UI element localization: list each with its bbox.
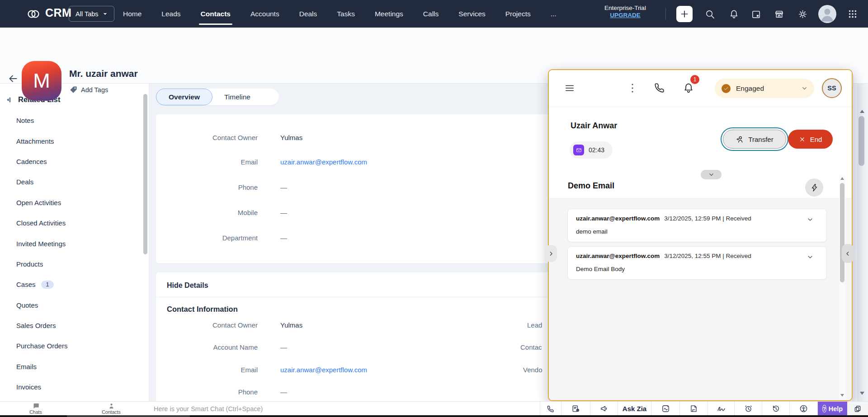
email-card[interactable]: uzair.anwar@expertflow.com 3/12/2025, 12… — [567, 246, 827, 280]
nav-item-contacts[interactable]: Contacts — [191, 0, 241, 28]
scrollbar-thumb[interactable] — [840, 183, 844, 282]
nav-item-calls[interactable]: Calls — [413, 0, 448, 28]
email-link[interactable]: uzair.anwar@expertflow.com — [280, 158, 367, 166]
sidebar-item-invoices[interactable]: Invoices — [0, 377, 149, 397]
sidebar-item-open-activities[interactable]: Open Activities — [0, 192, 149, 213]
settings-gear-icon[interactable] — [797, 9, 808, 19]
notifications-bell-icon[interactable] — [728, 9, 739, 19]
nav-overflow-button[interactable]: ... — [541, 0, 566, 28]
detail-row: Account Name— — [156, 343, 287, 351]
search-icon[interactable] — [704, 9, 715, 19]
sidebar-item-attachments[interactable]: Attachments — [0, 131, 149, 151]
sidebar-item-purchase-orders[interactable]: Purchase Orders — [0, 336, 149, 356]
sidebar-item-invited-meetings[interactable]: Invited Meetings — [0, 233, 149, 253]
nav-item-services[interactable]: Services — [448, 0, 495, 28]
detail-row: Contact OwnerYulmas — [156, 321, 302, 329]
detail-row: Emailuzair.anwar@expertflow.com — [156, 366, 367, 374]
end-call-button[interactable]: End — [788, 130, 833, 149]
tab-timeline[interactable]: Timeline — [212, 93, 262, 101]
related-list-sidebar: Related List Notes Attachments Cadences … — [0, 84, 149, 401]
contact-owner-value: Yulmas — [280, 134, 302, 141]
scroll-down-arrow[interactable] — [860, 392, 864, 395]
scroll-up-arrow[interactable] — [860, 110, 864, 113]
sidebar-item-cases[interactable]: Cases1 — [0, 274, 149, 295]
agent-status-dropdown[interactable]: Engaged — [715, 79, 814, 98]
smart-chat-input[interactable]: Here is your Smart Chat (Ctrl+Space) — [154, 402, 263, 416]
dock-phone-icon[interactable] — [540, 402, 561, 416]
nav-item-projects[interactable]: Projects — [495, 0, 541, 28]
menu-hamburger-icon[interactable] — [564, 83, 576, 93]
dock-announcement-icon[interactable] — [590, 402, 618, 416]
widget-bell-icon[interactable] — [683, 82, 694, 94]
dock-accessibility-icon[interactable] — [789, 402, 817, 416]
help-button[interactable]: ? Help — [817, 402, 847, 416]
transfer-button[interactable]: Transfer — [723, 130, 786, 149]
kebab-menu-icon[interactable] — [629, 82, 636, 94]
dock-alarm-icon[interactable] — [734, 402, 762, 416]
interaction-timer: 02:43 — [570, 141, 613, 159]
sidebar-item-emails[interactable]: Emails — [0, 356, 149, 377]
marketplace-icon[interactable] — [774, 9, 784, 19]
nav-item-tasks[interactable]: Tasks — [327, 0, 365, 28]
expand-chevron-icon[interactable] — [807, 216, 814, 223]
sidebar-item-products[interactable]: Products — [0, 254, 149, 274]
collapse-panel-icon[interactable] — [5, 96, 13, 103]
quick-create-button[interactable] — [676, 6, 693, 22]
call-widget-panel: 1 Engaged SS Uzair Anwar 02:43 Transfer … — [548, 69, 853, 401]
summary-row: Department— — [156, 234, 287, 242]
back-arrow-icon[interactable] — [7, 73, 19, 84]
hide-details-toggle[interactable]: Hide Details — [167, 281, 208, 290]
upgrade-link[interactable]: UPGRADE — [596, 12, 655, 19]
summary-row: Mobile— — [156, 209, 287, 216]
add-tags-button[interactable]: Add Tags — [69, 85, 108, 94]
calendar-icon[interactable] — [750, 9, 761, 19]
sidebar-item-campaigns[interactable]: Campaigns — [0, 397, 149, 401]
sidebar-item-cadences[interactable]: Cadences — [0, 151, 149, 172]
widget-scrollbar[interactable] — [839, 175, 845, 399]
dock-ask-zia[interactable]: Ask Zia — [618, 402, 651, 416]
scroll-down-arrow[interactable] — [840, 394, 844, 397]
tag-icon — [69, 85, 78, 94]
page-scrollbar[interactable] — [857, 84, 866, 401]
collapse-section-button[interactable] — [701, 170, 722, 179]
sidebar-item-quotes[interactable]: Quotes — [0, 295, 149, 315]
panel-collapse-handle-right[interactable] — [842, 244, 854, 263]
email-from: uzair.anwar@expertflow.com — [576, 215, 660, 222]
panel-expand-handle-left[interactable] — [545, 245, 557, 262]
dock-zia-signature-icon[interactable] — [708, 402, 734, 416]
sidebar-item-closed-activities[interactable]: Closed Activities — [0, 213, 149, 233]
contact-avatar[interactable]: M — [22, 61, 61, 101]
quick-actions-bolt-icon[interactable] — [805, 178, 823, 197]
nav-item-home[interactable]: Home — [113, 0, 151, 28]
contact-information-title: Contact Information — [167, 305, 238, 314]
nav-item-accounts[interactable]: Accounts — [241, 0, 289, 28]
dock-copy-icon[interactable] — [847, 402, 868, 416]
expand-chevron-icon[interactable] — [807, 253, 814, 261]
scrollbar-thumb[interactable] — [859, 116, 864, 166]
dialer-phone-icon[interactable] — [654, 82, 665, 94]
email-meta: 3/12/2025, 12:59 PM | Received — [664, 215, 751, 222]
sidebar-scrollbar[interactable] — [143, 94, 147, 254]
nav-item-meetings[interactable]: Meetings — [365, 0, 413, 28]
dock-zia-icon[interactable] — [651, 402, 679, 416]
all-tabs-dropdown[interactable]: All Tabs — [69, 6, 114, 22]
sidebar-item-sales-orders[interactable]: Sales Orders — [0, 315, 149, 336]
app-grid-icon[interactable] — [847, 9, 858, 19]
email-meta: 3/12/2025, 12:55 PM | Received — [664, 253, 751, 259]
user-avatar[interactable] — [818, 5, 836, 23]
email-link[interactable]: uzair.anwar@expertflow.com — [280, 366, 367, 374]
timer-value: 02:43 — [589, 146, 604, 154]
agent-avatar[interactable]: SS — [822, 78, 842, 98]
sidebar-item-deals[interactable]: Deals — [0, 172, 149, 192]
dock-history-icon[interactable] — [762, 402, 789, 416]
tab-overview[interactable]: Overview — [156, 89, 212, 105]
nav-item-deals[interactable]: Deals — [289, 0, 327, 28]
dock-page-flip-icon[interactable] — [679, 402, 708, 416]
nav-item-leads[interactable]: Leads — [151, 0, 190, 28]
sidebar-item-notes[interactable]: Notes — [0, 110, 149, 131]
email-card[interactable]: uzair.anwar@expertflow.com 3/12/2025, 12… — [567, 209, 827, 242]
dock-contacts[interactable]: Contacts — [97, 402, 125, 416]
dock-feedback-icon[interactable] — [561, 402, 590, 416]
dock-chats[interactable]: Chats — [24, 402, 48, 416]
scroll-up-arrow[interactable] — [840, 177, 844, 180]
